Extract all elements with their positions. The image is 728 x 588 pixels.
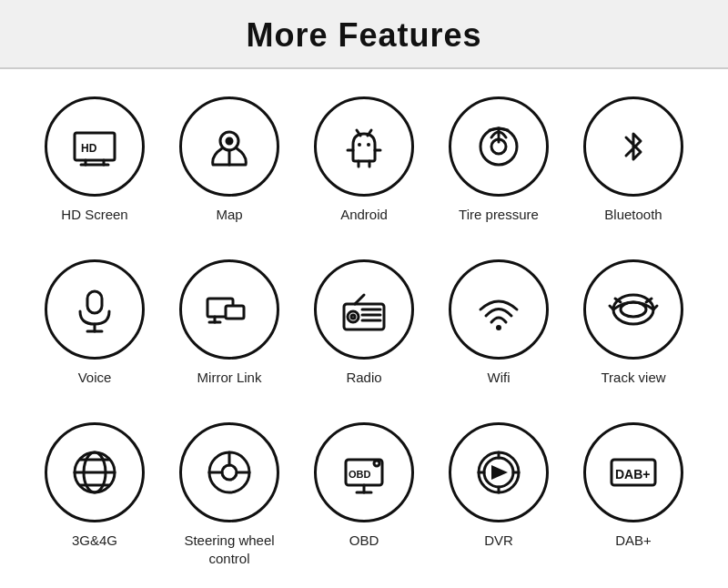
svg-point-15: [367, 143, 370, 147]
3g4g-label: 3G&4G: [72, 532, 117, 550]
track-view-icon: [583, 259, 683, 360]
android-icon: [314, 96, 414, 197]
hd-screen-icon: HD: [45, 96, 145, 197]
3g4g-icon: [45, 422, 145, 522]
radio-icon: [314, 259, 414, 360]
voice-icon: [45, 259, 145, 360]
dab-label: DAB+: [615, 532, 652, 550]
svg-point-43: [222, 465, 237, 480]
mirror-link-label: Mirror Link: [197, 369, 262, 387]
map-label: Map: [216, 206, 242, 224]
steering-wheel-icon: [179, 422, 279, 522]
dab-icon: DAB+: [583, 422, 683, 522]
feature-item-3g4g: 3G&4G: [27, 413, 162, 576]
page-title: More Features: [0, 16, 728, 55]
features-grid: HD HD Screen Map Android Tire pressure B: [0, 69, 728, 585]
dvr-icon: [449, 422, 549, 522]
feature-item-dvr: DVR: [431, 413, 566, 576]
hd-screen-label: HD Screen: [61, 206, 127, 224]
feature-item-map: Map: [162, 87, 297, 250]
wifi-label: Wifi: [488, 369, 511, 387]
header: More Features: [0, 0, 728, 69]
steering-wheel-label: Steering wheel control: [167, 532, 292, 567]
svg-point-14: [358, 143, 361, 147]
svg-text:OBD: OBD: [349, 469, 371, 480]
feature-item-steering-wheel: Steering wheel control: [162, 413, 297, 576]
feature-item-obd: OBD OBD: [297, 413, 431, 576]
svg-text:HD: HD: [81, 142, 97, 155]
obd-icon: OBD: [314, 422, 414, 522]
map-icon: [179, 96, 279, 197]
svg-point-7: [227, 138, 232, 144]
obd-label: OBD: [349, 532, 379, 550]
feature-item-bluetooth: Bluetooth: [566, 87, 701, 250]
track-view-label: Track view: [601, 369, 665, 387]
feature-item-tire-pressure: Tire pressure: [431, 87, 566, 250]
svg-rect-24: [226, 306, 244, 319]
feature-item-wifi: Wifi: [431, 250, 566, 413]
wifi-icon: [449, 259, 549, 360]
feature-item-voice: Voice: [27, 250, 162, 413]
mirror-link-icon: [179, 259, 279, 360]
feature-item-radio: Radio: [297, 250, 431, 413]
dvr-label: DVR: [484, 532, 513, 550]
feature-item-android: Android: [297, 87, 431, 250]
android-label: Android: [340, 206, 388, 224]
bluetooth-icon: [583, 96, 683, 197]
svg-rect-20: [87, 291, 102, 313]
voice-label: Voice: [78, 369, 112, 387]
svg-point-28: [348, 311, 359, 322]
bluetooth-label: Bluetooth: [604, 206, 662, 224]
feature-item-dab: DAB+ DAB+: [566, 413, 701, 576]
feature-item-hd-screen: HD HD Screen: [27, 87, 162, 250]
radio-label: Radio: [346, 369, 381, 387]
feature-item-mirror-link: Mirror Link: [162, 250, 297, 413]
svg-point-29: [351, 315, 355, 319]
tire-pressure-label: Tire pressure: [459, 206, 539, 224]
svg-text:DAB+: DAB+: [615, 467, 651, 482]
tire-pressure-icon: [449, 96, 549, 197]
svg-point-34: [496, 325, 501, 330]
svg-point-49: [374, 461, 379, 466]
feature-item-track-view: Track view: [566, 250, 701, 413]
